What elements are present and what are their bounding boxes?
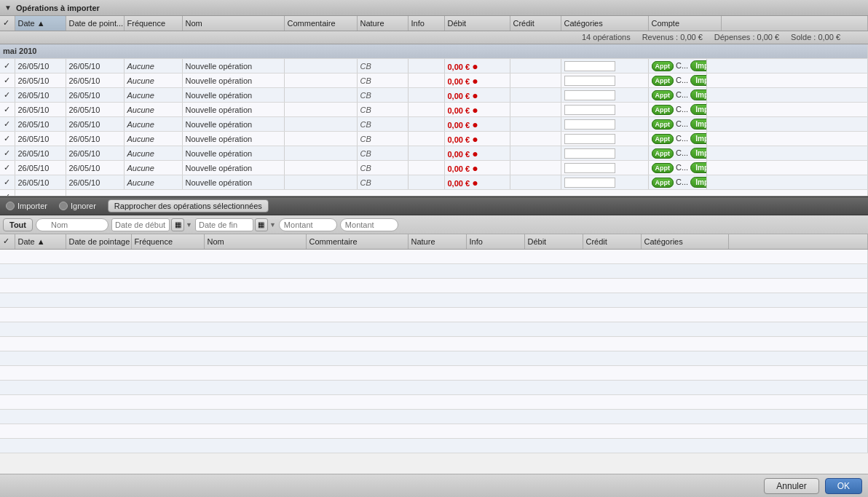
bot-col-categories[interactable]: Catégories	[641, 234, 728, 249]
table-row[interactable]: ✓ 26/05/10 26/05/10 Aucune Nouvelle opér…	[0, 132, 868, 146]
account-badge: Appt	[652, 76, 674, 86]
row-check[interactable]: ✓	[0, 161, 15, 175]
list-item	[0, 279, 868, 293]
row-check[interactable]: ✓	[0, 117, 15, 132]
import-button[interactable]: Importer	[690, 148, 706, 159]
row-compte: Appt C... Importer	[648, 103, 706, 117]
import-button[interactable]: Importer	[690, 90, 706, 100]
import-button[interactable]: Importer	[690, 104, 706, 115]
row-nom: Nouvelle opération	[182, 103, 284, 117]
rapprocher-button[interactable]: Rapprocher des opérations sélectionnées	[108, 199, 269, 212]
list-item	[0, 308, 868, 322]
ok-button[interactable]: OK	[825, 478, 862, 494]
table-row[interactable]: ✓ 26/05/10 26/05/10 Aucune Nouvelle opér…	[0, 161, 868, 175]
cat-input[interactable]	[564, 178, 615, 188]
col-credit[interactable]: Crédit	[510, 16, 561, 31]
col-nature[interactable]: Nature	[357, 16, 408, 31]
col-categories[interactable]: Catégories	[561, 16, 648, 31]
montant-input[interactable]	[279, 218, 337, 231]
bottom-table-scroll[interactable]	[0, 250, 868, 453]
col-date2[interactable]: Date de point...	[66, 16, 124, 31]
radio-importer-circle	[6, 202, 15, 210]
row-check[interactable]: ✓	[0, 132, 15, 146]
import-button[interactable]: Importer	[690, 133, 706, 144]
row-check[interactable]: ✓	[0, 73, 15, 88]
bot-col-freq[interactable]: Fréquence	[131, 234, 204, 249]
cat-input[interactable]	[564, 148, 615, 159]
annuler-button[interactable]: Annuler	[764, 478, 818, 494]
account-name: C...	[676, 163, 688, 172]
bot-col-commentaire[interactable]: Commentaire	[306, 234, 408, 249]
import-button[interactable]: Importer	[690, 75, 706, 86]
table-row[interactable]: ✓ 26/05/10 26/05/10 Aucune Nouvelle opér…	[0, 88, 868, 103]
table-row[interactable]: ✓ 26/05/10 26/05/10 Aucune Nouvelle opér…	[0, 117, 868, 132]
bot-col-nom[interactable]: Nom	[204, 234, 306, 249]
import-button[interactable]: Importer	[690, 177, 706, 188]
date-fin-input[interactable]	[195, 218, 253, 231]
bot-col-nature[interactable]: Nature	[408, 234, 466, 249]
row-nom: Nouvelle opération	[182, 73, 284, 88]
list-item	[0, 424, 868, 439]
nom-search-input[interactable]	[36, 218, 108, 231]
montant2-input[interactable]	[340, 218, 398, 231]
row-freq: Aucune	[124, 88, 182, 103]
col-spacer	[721, 16, 868, 31]
cat-input[interactable]	[564, 61, 615, 71]
col-compte[interactable]: Compte	[648, 16, 721, 31]
table-row[interactable]: ✓ 26/05/10 26/05/10 Aucune Nouvelle opér…	[0, 73, 868, 88]
col-commentaire[interactable]: Commentaire	[284, 16, 357, 31]
col-date[interactable]: Date ▲	[15, 16, 66, 31]
row-nature: CB	[357, 117, 408, 132]
cat-input[interactable]	[564, 134, 615, 144]
bot-col-info[interactable]: Info	[466, 234, 524, 249]
row-check[interactable]: ✓	[0, 88, 15, 103]
date-fin-cal-button[interactable]: ▦	[255, 218, 268, 231]
date-debut-cal-button[interactable]: ▦	[171, 218, 184, 231]
cat-input[interactable]	[564, 105, 615, 115]
row-commentaire	[284, 59, 357, 73]
table-row[interactable]: ✓ 26/05/10 26/05/10 Aucune Nouvelle opér…	[0, 175, 868, 190]
row-categories	[561, 146, 648, 161]
import-button[interactable]: Importer	[690, 162, 706, 173]
bot-col-credit[interactable]: Crédit	[583, 234, 641, 249]
row-info	[408, 88, 444, 103]
radio-importer[interactable]: Importer	[6, 202, 47, 210]
col-freq[interactable]: Fréquence	[124, 16, 182, 31]
bot-col-spacer	[728, 234, 868, 249]
cat-input[interactable]	[564, 119, 615, 130]
col-nom[interactable]: Nom	[182, 16, 284, 31]
row-nature: CB	[357, 103, 408, 117]
row-check[interactable]: ✓	[0, 175, 15, 190]
date-fin-dropdown-icon: ▼	[269, 221, 276, 228]
radio-ignorer-label: Ignorer	[71, 202, 96, 210]
table-row[interactable]: ✓ 26/05/10 26/05/10 Aucune Nouvelle opér…	[0, 146, 868, 161]
import-button[interactable]: Importer	[690, 60, 706, 71]
row-check[interactable]: ✓	[0, 146, 15, 161]
disclosure-icon[interactable]: ▼	[4, 4, 12, 12]
table-row[interactable]: ✓ 26/05/10 26/05/10 Aucune Nouvelle opér…	[0, 103, 868, 117]
bot-col-date[interactable]: Date ▲	[15, 234, 66, 249]
table-row[interactable]: ✓ 26/05/10 26/05/10 Aucune Nouvelle opér…	[0, 59, 868, 73]
row-credit	[510, 146, 561, 161]
bot-col-date2[interactable]: Date de pointage	[66, 234, 131, 249]
row-info	[408, 175, 444, 190]
col-info[interactable]: Info	[408, 16, 444, 31]
import-button[interactable]: Importer	[690, 119, 706, 130]
radio-ignorer[interactable]: Ignorer	[59, 202, 96, 210]
row-commentaire	[284, 103, 357, 117]
bot-col-debit[interactable]: Débit	[524, 234, 583, 249]
cat-input[interactable]	[564, 163, 615, 173]
month-label: mai 2010	[3, 47, 36, 55]
row-check[interactable]: ✓	[0, 103, 15, 117]
row-check[interactable]: ✓	[0, 59, 15, 73]
bottom-data-table	[0, 250, 868, 453]
col-debit[interactable]: Débit	[444, 16, 510, 31]
row-commentaire	[284, 161, 357, 175]
cat-input[interactable]	[564, 90, 615, 100]
date-debut-input[interactable]	[111, 218, 170, 231]
top-table-scroll[interactable]: mai 2010 ✓ 26/05/10 26/05/10 Aucune Nouv…	[0, 44, 868, 197]
tout-button[interactable]: Tout	[3, 218, 33, 231]
row-credit	[510, 117, 561, 132]
row-freq: Aucune	[124, 117, 182, 132]
cat-input[interactable]	[564, 76, 615, 86]
